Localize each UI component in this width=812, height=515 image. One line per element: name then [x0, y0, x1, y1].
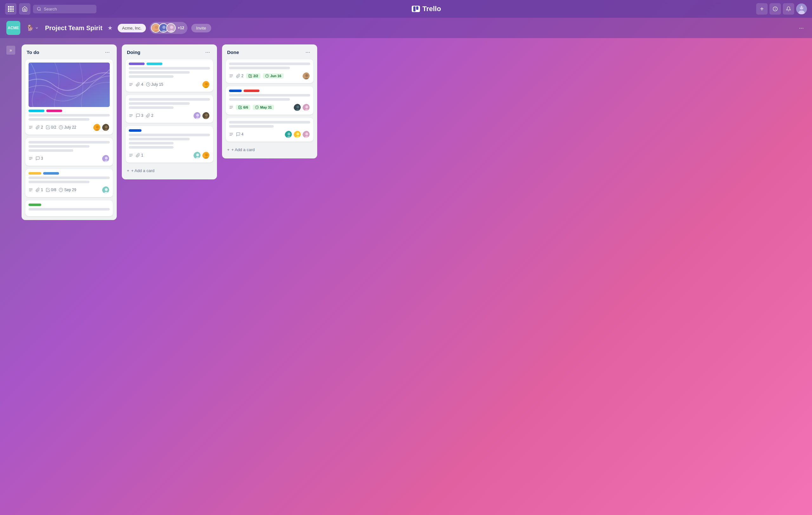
star-button[interactable]: ★ [106, 23, 114, 33]
avatar-yellow [293, 130, 301, 138]
add-button[interactable]: + [756, 3, 767, 15]
invite-button[interactable]: Invite [191, 24, 211, 32]
member-avatars[interactable]: +12 [150, 22, 187, 34]
board-nav-button[interactable]: 🐕 [24, 23, 41, 33]
text-line [129, 142, 174, 144]
card-labels [129, 129, 210, 132]
card-done-1[interactable]: 2 2/2 Jun 16 [226, 59, 313, 83]
card-labels [29, 204, 110, 206]
text-line [129, 98, 210, 101]
svg-point-66 [205, 114, 208, 117]
card-todo-2[interactable]: 3 [25, 138, 113, 166]
text-line [129, 138, 190, 140]
attachment-count: 2 [41, 125, 43, 130]
notification-button[interactable] [783, 3, 794, 15]
checklist-badge-2: 6/6 [236, 105, 250, 110]
text-line [29, 114, 110, 116]
comment-icon: 4 [236, 132, 243, 137]
card-avatars [284, 130, 310, 138]
svg-point-34 [96, 126, 99, 129]
attachment-count: 1 [41, 188, 43, 192]
card-avatars [293, 103, 310, 111]
card-doing-2[interactable]: 3 2 [125, 95, 213, 123]
list-menu-done[interactable]: ··· [303, 48, 312, 56]
card-done-3[interactable]: 4 [226, 118, 313, 142]
card-doing-1[interactable]: 4 July 15 [125, 59, 213, 92]
text-line [29, 149, 73, 152]
info-button[interactable] [770, 3, 781, 15]
sidebar-collapse-button[interactable]: » [6, 46, 15, 55]
list-header-done: Done ··· [226, 48, 313, 56]
card-todo-1[interactable]: 2 0/2 July 22 [25, 59, 113, 135]
card-text-lines [29, 114, 110, 121]
board-content: » To do ··· [0, 38, 812, 515]
card-avatars [193, 151, 210, 159]
attachment-icon: 2 [146, 113, 153, 118]
svg-point-23 [163, 26, 166, 29]
card-footer: 4 [229, 130, 310, 138]
avatar-dark3 [293, 103, 301, 111]
attachment-count: 2 [151, 113, 153, 118]
card-labels [29, 110, 110, 112]
text-line [29, 208, 110, 211]
due-date: Sep 29 [59, 188, 76, 192]
svg-point-98 [288, 133, 291, 136]
svg-point-17 [800, 6, 801, 8]
attachment-icon: 1 [35, 188, 43, 192]
card-done-2[interactable]: 6/6 May 31 [226, 86, 313, 115]
workspace-logo[interactable]: ACME [6, 21, 20, 35]
home-button[interactable] [19, 3, 30, 15]
attachment-icon: 2 [236, 74, 243, 78]
list-menu-doing[interactable]: ··· [203, 48, 212, 56]
search-bar[interactable]: Search [33, 5, 96, 13]
description-icon [229, 105, 233, 110]
attachment-icon: 4 [136, 82, 143, 87]
card-footer: 4 July 15 [129, 80, 210, 88]
svg-rect-2 [12, 6, 13, 8]
add-card-done[interactable]: + + Add a card [226, 145, 313, 155]
svg-point-75 [205, 154, 208, 157]
label-pink [46, 110, 62, 112]
list-menu-todo[interactable]: ··· [103, 48, 112, 56]
label-cyan [147, 62, 163, 65]
text-line [29, 145, 89, 147]
card-text-lines [129, 134, 210, 148]
add-card-doing[interactable]: + + Add a card [125, 166, 213, 175]
description-icon [129, 113, 133, 118]
card-labels [129, 62, 210, 65]
card-todo-4[interactable] [25, 200, 113, 216]
card-doing-3[interactable]: 1 [125, 126, 213, 163]
user-avatar[interactable] [796, 3, 807, 14]
svg-point-43 [105, 157, 108, 160]
apps-button[interactable] [5, 3, 17, 15]
avatar-purple2 [193, 111, 201, 120]
text-line [29, 141, 110, 143]
card-footer: 6/6 May 31 [229, 103, 310, 111]
due-date-text: July 22 [64, 125, 76, 130]
avatar-dark [102, 123, 110, 131]
text-line [129, 146, 174, 148]
svg-point-37 [105, 126, 108, 129]
comment-count: 3 [41, 156, 43, 161]
avatar-teal3 [284, 130, 292, 138]
description-icon [29, 125, 33, 130]
workspace-tag[interactable]: Acme, Inc. [118, 24, 146, 32]
card-footer: 2 2/2 Jun 16 [229, 72, 310, 80]
text-line [229, 94, 310, 97]
text-line [229, 121, 310, 124]
avatar-orange [93, 123, 101, 131]
svg-point-63 [196, 114, 199, 117]
card-text-lines [29, 141, 110, 152]
board-more-button[interactable]: ··· [797, 23, 806, 33]
text-line [229, 98, 290, 101]
attachment-icon: 1 [136, 153, 143, 158]
attachment-count: 4 [141, 82, 143, 87]
text-line [129, 71, 190, 74]
due-date: July 22 [59, 125, 76, 130]
card-footer: 3 [29, 154, 110, 163]
card-avatars [102, 186, 110, 194]
card-cover [29, 62, 110, 107]
due-date-badge-2: May 31 [253, 105, 274, 110]
description-icon [229, 74, 233, 78]
card-todo-3[interactable]: 1 0/8 Sep 29 [25, 169, 113, 197]
